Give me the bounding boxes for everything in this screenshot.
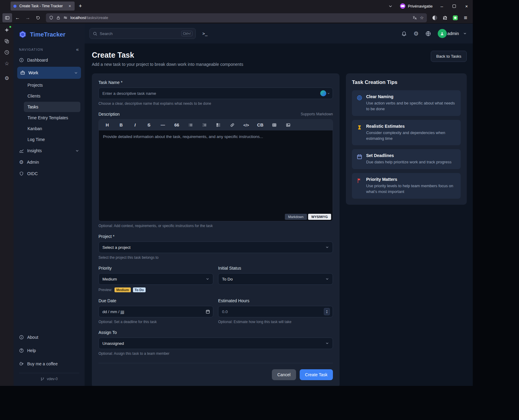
forward-button[interactable]: → [23,13,33,22]
permissions-sliders-icon[interactable] [63,15,68,20]
description-textarea[interactable] [99,130,333,221]
minimize-button[interactable]: – [436,0,448,12]
bold-button[interactable]: B [118,123,124,127]
search-box[interactable]: Ctrl+/ [89,28,196,39]
code-block-button[interactable]: CB [257,123,263,127]
url-text: localhost/tasks/create [70,15,410,20]
inline-code-button[interactable]: </> [243,123,249,127]
tracking-shield-icon[interactable] [49,15,53,20]
estimated-hours-field: Estimated Hours ▲▼ Optional: Estimate ho… [218,298,333,324]
reload-icon [36,16,40,20]
bullet-list-button[interactable] [188,123,194,127]
user-name: admin [447,31,459,36]
strikethrough-button[interactable]: S [146,123,152,127]
sidebar-item-clients[interactable]: Clients [14,91,85,101]
back-to-tasks-button[interactable]: Back to Tasks [431,51,467,62]
lock-icon[interactable] [56,16,60,20]
extensions-puzzle-icon[interactable] [440,13,450,22]
sidebar-item-tasks[interactable]: Tasks [24,102,80,112]
markdown-mode-button[interactable]: Markdown [285,214,307,220]
sidebar-item-label: Kanban [27,126,42,131]
link-button[interactable] [229,123,235,127]
due-date-label: Due Date [98,298,213,303]
table-button[interactable] [271,123,277,127]
notifications-bell-icon[interactable] [401,31,407,37]
bookmarks-star-icon[interactable]: ☆ [4,60,10,67]
number-stepper[interactable]: ▲▼ [324,308,330,315]
tip-title: Realistic Estimates [366,124,456,129]
tip-title: Clear Naming [366,94,456,99]
url-bar[interactable]: localhost/tasks/create ☆ [46,13,427,22]
maximize-button[interactable] [448,0,460,12]
version-row: vdev-0 [14,373,85,386]
sidebar-item-log-time[interactable]: Log Time [14,134,85,145]
sidebar-item-help[interactable]: Help [14,344,85,357]
sidebar-item-about[interactable]: About [14,331,85,344]
create-task-button[interactable]: Create Task [300,369,333,380]
extension-green-icon[interactable] [450,13,460,22]
numbered-list-button[interactable] [201,123,208,127]
task-list-button[interactable] [215,123,221,127]
wysiwyg-mode-button[interactable]: WYSIWYG [308,214,331,220]
translate-icon[interactable] [412,15,417,20]
priority-select[interactable]: Medium [98,273,213,285]
assign-to-select[interactable]: Unassigned [98,338,333,349]
task-list-icon [216,123,221,127]
priority-label: Priority [98,266,213,271]
list-all-tabs-icon[interactable] [386,2,395,10]
status-select[interactable]: To Do [218,273,333,285]
cancel-button[interactable]: Cancel [272,369,296,380]
sidebar-collapse-icon[interactable]: « [76,47,79,52]
sidebar-item-projects[interactable]: Projects [14,80,85,91]
priority-badge: Medium [114,287,131,292]
status-badge: To Do [133,287,146,292]
autofill-extension-icon[interactable] [320,90,326,96]
sidebar-item-label: Projects [27,83,43,88]
settings-gear-icon[interactable]: ⚙ [414,31,419,37]
new-tab-button[interactable]: + [76,2,85,11]
task-name-input[interactable] [98,88,333,99]
bookmark-star-icon[interactable]: ☆ [420,15,424,21]
horizontal-rule-button[interactable]: — [160,123,166,127]
italic-button[interactable]: I [132,123,138,127]
sidebar-item-work[interactable]: Work [17,67,81,79]
chevron-down-icon [463,32,467,35]
blockquote-button[interactable]: 66 [174,123,180,127]
private-label: Privénavigatie [408,4,433,8]
ai-chat-icon[interactable] [4,27,10,33]
menu-button[interactable]: ≡ [461,13,470,22]
sidebar-item-oidc[interactable]: OIDC [14,168,85,179]
user-menu[interactable]: admin [438,29,467,38]
sidebar-toggle-button[interactable] [2,13,12,22]
tab-close-icon[interactable]: × [67,4,72,8]
extension-darkreader-icon[interactable] [430,13,440,22]
calendar-icon[interactable] [205,309,210,314]
sidebar-item-time-entry-templates[interactable]: Time Entry Templates [14,112,85,123]
sidebar-item-admin[interactable]: ⚙ Admin [14,156,85,168]
due-date-input[interactable] [98,306,213,317]
sidebar-item-insights[interactable]: Insights [14,145,85,156]
heading-button[interactable]: H [104,123,110,127]
sidebar-item-buy-me-a-coffee[interactable]: Buy me a coffee [14,357,85,370]
page-content: Create Task Add a new task to your proje… [85,43,473,386]
project-select[interactable]: Select a project [98,242,333,253]
status-field: Initial Status To Do [218,266,333,285]
collections-icon[interactable] [4,38,10,44]
chevron-down-icon[interactable] [327,92,330,95]
sidebar-item-dashboard[interactable]: Dashboard [14,54,85,66]
nav-section-label: NAVIGATION [19,48,43,51]
reload-button[interactable] [33,13,43,22]
image-button[interactable] [285,123,291,127]
globe-icon[interactable] [425,31,431,37]
estimated-hours-input[interactable] [218,306,333,317]
terminal-icon[interactable]: >_ [202,31,208,36]
rail-settings-icon[interactable]: ⚙ [4,75,10,82]
sidebar-item-label: OIDC [27,171,38,176]
search-input[interactable] [100,31,179,36]
close-button[interactable]: × [460,0,473,12]
tip-text: Use action verbs and be specific about w… [366,101,456,112]
sidebar-item-kanban[interactable]: Kanban [14,123,85,134]
history-clock-icon[interactable] [4,49,10,56]
back-button[interactable]: ← [13,13,22,22]
browser-tab[interactable]: Create Task - Time Tracker × [11,2,75,11]
